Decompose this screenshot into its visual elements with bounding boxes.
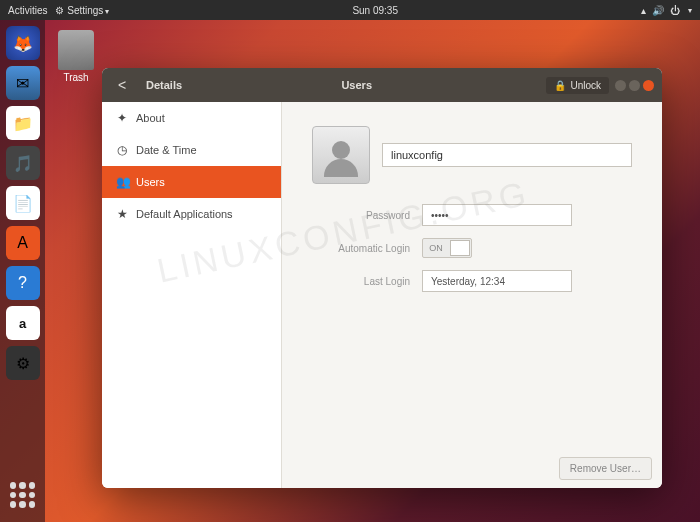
plus-icon: ✦	[116, 111, 128, 125]
avatar[interactable]	[312, 126, 370, 184]
lastlogin-label: Last Login	[312, 276, 422, 287]
titlebar-section-label: Details	[142, 79, 287, 91]
lock-icon: 🔒	[554, 80, 566, 91]
minimize-button[interactable]	[615, 80, 626, 91]
titlebar-title: Users	[287, 79, 546, 91]
sidebar-item-label: About	[136, 112, 165, 124]
sidebar-item-label: Default Applications	[136, 208, 233, 220]
system-menu-caret[interactable]: ▾	[688, 6, 692, 15]
dock-writer-icon[interactable]: 📄	[6, 186, 40, 220]
clock-icon: ◷	[116, 143, 128, 157]
autologin-toggle[interactable]: ON	[422, 238, 472, 258]
password-label: Password	[312, 210, 422, 221]
toggle-knob	[450, 240, 470, 256]
content-pane: Password ••••• Automatic Login ON Last L…	[282, 102, 662, 488]
close-button[interactable]	[643, 80, 654, 91]
password-field[interactable]: •••••	[422, 204, 572, 226]
sidebar-item-default-apps[interactable]: ★ Default Applications	[102, 198, 281, 230]
dock-files-icon[interactable]: 📁	[6, 106, 40, 140]
autologin-label: Automatic Login	[312, 243, 422, 254]
toggle-on-label: ON	[423, 243, 449, 253]
sound-icon[interactable]: 🔊	[652, 5, 664, 16]
dock: 🦊 ✉ 📁 🎵 📄 A ? a ⚙	[0, 20, 45, 522]
sidebar-item-about[interactable]: ✦ About	[102, 102, 281, 134]
remove-user-button[interactable]: Remove User…	[559, 457, 652, 480]
trash-label: Trash	[58, 72, 94, 83]
network-icon[interactable]: ▴	[641, 5, 646, 16]
desktop-root: Activities ⚙ Settings▾ Sun 09:35 ▴ 🔊 ⏻ ▾…	[0, 0, 700, 522]
dock-help-icon[interactable]: ?	[6, 266, 40, 300]
sidebar-item-label: Users	[136, 176, 165, 188]
dock-amazon-icon[interactable]: a	[6, 306, 40, 340]
dock-thunderbird-icon[interactable]: ✉	[6, 66, 40, 100]
trash-icon	[58, 30, 94, 70]
dock-software-icon[interactable]: A	[6, 226, 40, 260]
lastlogin-field[interactable]: Yesterday, 12:34	[422, 270, 572, 292]
titlebar: < Details Users 🔒 Unlock	[102, 68, 662, 102]
people-icon: 👥	[116, 175, 128, 189]
sidebar-item-datetime[interactable]: ◷ Date & Time	[102, 134, 281, 166]
username-input[interactable]	[382, 143, 632, 167]
gear-icon: ⚙	[55, 5, 64, 16]
maximize-button[interactable]	[629, 80, 640, 91]
top-panel: Activities ⚙ Settings▾ Sun 09:35 ▴ 🔊 ⏻ ▾	[0, 0, 700, 20]
settings-window: < Details Users 🔒 Unlock ✦ About ◷	[102, 68, 662, 488]
dock-rhythmbox-icon[interactable]: 🎵	[6, 146, 40, 180]
clock[interactable]: Sun 09:35	[109, 5, 641, 16]
sidebar: ✦ About ◷ Date & Time 👥 Users ★ Default …	[102, 102, 282, 488]
star-icon: ★	[116, 207, 128, 221]
activities-button[interactable]: Activities	[8, 5, 47, 16]
appmenu-button[interactable]: ⚙ Settings▾	[55, 5, 109, 16]
power-icon[interactable]: ⏻	[670, 5, 680, 16]
sidebar-item-label: Date & Time	[136, 144, 197, 156]
dock-firefox-icon[interactable]: 🦊	[6, 26, 40, 60]
show-apps-button[interactable]	[10, 482, 36, 508]
unlock-button[interactable]: 🔒 Unlock	[546, 77, 609, 94]
back-button[interactable]: <	[102, 77, 142, 93]
trash-desktop-icon[interactable]: Trash	[58, 30, 94, 83]
dock-settings-icon[interactable]: ⚙	[6, 346, 40, 380]
sidebar-item-users[interactable]: 👥 Users	[102, 166, 281, 198]
